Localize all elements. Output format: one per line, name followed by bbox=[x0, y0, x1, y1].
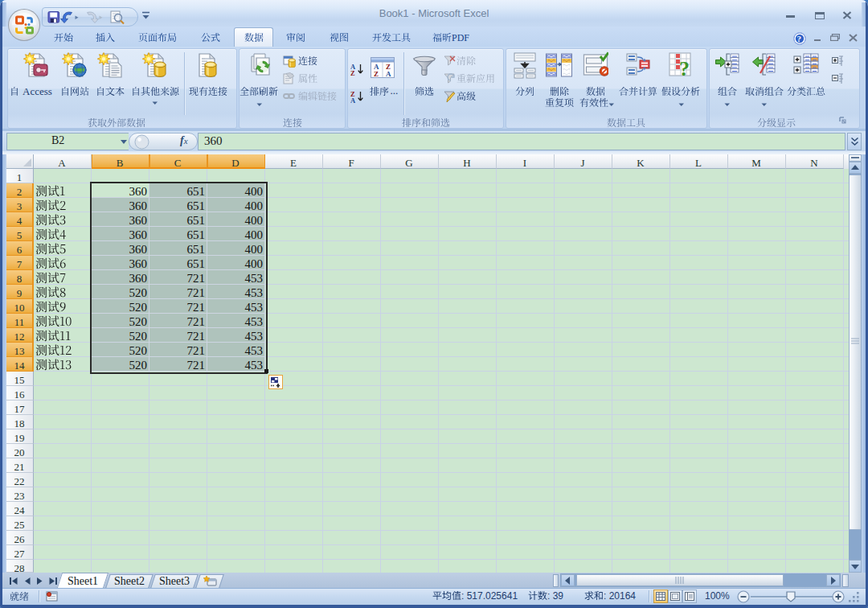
svg-text:?: ? bbox=[679, 57, 690, 79]
svg-text:A: A bbox=[350, 97, 356, 104]
svg-text:?: ? bbox=[797, 34, 802, 43]
svg-text:A: A bbox=[386, 70, 391, 78]
svg-text:Z: Z bbox=[350, 69, 355, 76]
svg-text:Z: Z bbox=[374, 70, 379, 78]
